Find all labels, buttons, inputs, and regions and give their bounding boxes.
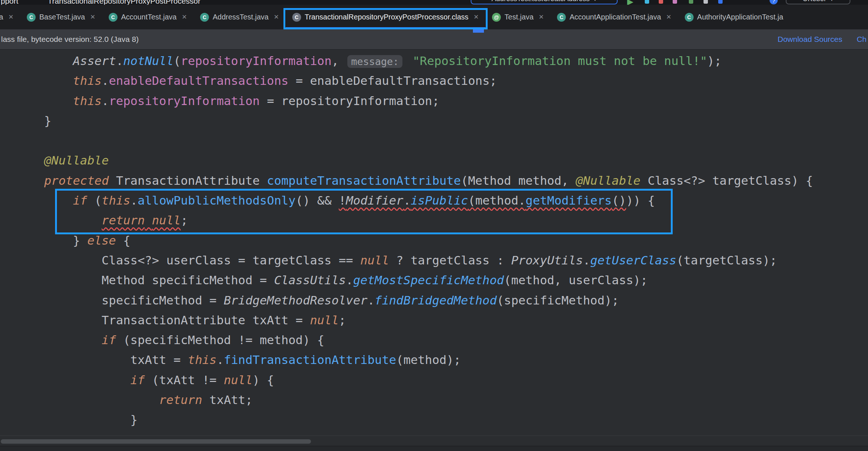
download-sources-link[interactable]: Download Sources <box>778 35 842 44</box>
code-line[interactable]: Assert.notNull(repositoryInformation, me… <box>15 51 813 71</box>
code-token: . <box>102 94 109 108</box>
code-line[interactable]: Method specificMethod = ClassUtils.getMo… <box>15 270 813 290</box>
code-line[interactable]: } <box>15 410 813 430</box>
tab-basetest-java[interactable]: CBaseTest.java✕ <box>20 5 102 29</box>
code-token: { <box>116 234 130 248</box>
toolbar-icon-coverage[interactable] <box>689 0 693 4</box>
code-line[interactable]: Class<?> userClass = targetClass == null… <box>15 250 813 270</box>
run-icon[interactable]: ▶ <box>627 0 633 5</box>
code-token: else <box>87 234 116 248</box>
close-icon[interactable]: ✕ <box>274 13 279 21</box>
tab-authorityapplicationtest-ja[interactable]: CAuthorityApplicationTest.ja <box>678 5 790 29</box>
code-token: (Method method, <box>461 174 576 188</box>
tab-test-java[interactable]: @Test.java✕ <box>485 5 550 29</box>
chevron-down-icon: ▾ <box>593 0 597 3</box>
help-icon[interactable]: ? <box>770 0 778 4</box>
code-token: protected <box>44 174 109 188</box>
code-line[interactable]: @Nullable <box>15 151 813 170</box>
code-token: TransactionAttribute txAtt = <box>15 313 310 327</box>
toolbar-icon-sync[interactable] <box>718 0 723 4</box>
code-token: findTransactionAttribute <box>224 353 396 367</box>
code-token: null <box>310 313 339 327</box>
editor-pane[interactable]: Assert.notNull(repositoryInformation, me… <box>0 50 868 451</box>
code-token: ) { <box>253 373 274 387</box>
code-line[interactable]: } <box>15 111 813 131</box>
code-token: getMostSpecificMethod <box>353 273 504 287</box>
code-line[interactable]: if (txAtt != null) { <box>15 370 813 390</box>
code-token: () && <box>296 194 339 208</box>
close-icon[interactable]: ✕ <box>182 13 187 21</box>
toolbar-icon-more[interactable] <box>704 0 708 4</box>
code-token: ; <box>181 213 188 227</box>
code-token: . <box>346 273 353 287</box>
close-icon[interactable]: ✕ <box>8 13 14 21</box>
test-class-icon: C <box>685 13 694 22</box>
code-token <box>15 174 44 188</box>
code-line[interactable]: TransactionAttribute txAtt = null; <box>15 310 813 330</box>
code-token: (method, userClass); <box>504 273 648 287</box>
code-token: return <box>102 213 145 227</box>
code-token: if <box>102 333 116 347</box>
code-token: . <box>130 194 138 208</box>
close-icon[interactable]: ✕ <box>90 13 95 21</box>
code-token: )) { <box>626 194 655 208</box>
tab-accountapplicationtest-java[interactable]: CAccountApplicationTest.java✕ <box>550 5 678 29</box>
code-line[interactable]: return txAtt; <box>15 390 813 410</box>
tab-label: Test.java <box>504 13 534 21</box>
code-token: , <box>332 54 346 68</box>
tab-transactionalrepositoryproxypostprocessor-class[interactable]: CTransactionalRepositoryProxyPostProcess… <box>286 5 485 29</box>
annotation-class-icon: @ <box>492 13 501 22</box>
editor-bottom-divider <box>0 436 868 436</box>
tab-bar: java✕CBaseTest.java✕CAccountTest.java✕CA… <box>0 5 868 29</box>
code-line[interactable]: protected TransactionAttribute computeTr… <box>15 171 813 191</box>
code-line[interactable]: specificMethod = BridgeMethodResolver.fi… <box>15 291 813 310</box>
code-token: ProxyUtils <box>511 253 583 267</box>
run-configuration-label: AddressTest.testCreateAddress <box>492 0 590 3</box>
code-line[interactable]: return null; <box>15 210 813 230</box>
user-menu-button[interactable]: UKeber ▾ <box>786 0 850 4</box>
code-token <box>15 373 130 387</box>
code-token: . <box>404 194 411 208</box>
chevron-down-icon: ▾ <box>830 0 833 3</box>
code-token: allowPublicMethodsOnly <box>138 194 296 208</box>
code-token: enableDefaultTransactions <box>109 74 288 88</box>
tab-label: AccountTest.java <box>121 13 177 21</box>
close-icon[interactable]: ✕ <box>666 13 671 21</box>
code-token: if <box>130 373 145 387</box>
toolbar-icon-profiler[interactable] <box>673 0 677 4</box>
code-token: this <box>188 353 217 367</box>
code-line[interactable]: txAtt = this.findTransactionAttribute(me… <box>15 350 813 370</box>
tab-label: AccountApplicationTest.java <box>569 13 661 21</box>
tab-java[interactable]: java✕ <box>0 5 20 29</box>
code-token <box>145 213 152 227</box>
code-line[interactable]: this.repositoryInformation = repositoryI… <box>15 91 813 111</box>
test-class-icon: C <box>109 13 117 22</box>
code-token: Assert <box>73 54 116 68</box>
tab-addresstest-java[interactable]: CAddressTest.java✕ <box>194 5 286 29</box>
code-line[interactable]: if (this.allowPublicMethodsOnly() && !Mo… <box>15 191 813 210</box>
tab-accounttest-java[interactable]: CAccountTest.java✕ <box>102 5 194 29</box>
code-token: } <box>15 413 138 427</box>
tab-label: BaseTest.java <box>39 13 85 21</box>
code-line[interactable]: } else { <box>15 231 813 250</box>
code-area[interactable]: Assert.notNull(repositoryInformation, me… <box>15 51 813 430</box>
code-line[interactable]: if (specificMethod != method) { <box>15 330 813 350</box>
toolbar-icon-debug[interactable] <box>645 0 649 4</box>
code-token: = enableDefaultTransactions; <box>289 74 497 88</box>
toolbar-icon-stop[interactable] <box>659 0 663 4</box>
code-token: if <box>73 194 87 208</box>
code-token: . <box>583 253 590 267</box>
code-line[interactable] <box>15 131 813 151</box>
run-configuration-dropdown[interactable]: AddressTest.testCreateAddress ▾ <box>471 0 618 4</box>
horizontal-scrollbar[interactable] <box>1 439 311 444</box>
close-icon[interactable]: ✕ <box>474 13 479 21</box>
code-token: specificMethod = <box>15 293 224 307</box>
choose-sources-link[interactable]: Ch <box>857 35 867 44</box>
code-token: . <box>368 293 375 307</box>
code-token <box>15 54 73 68</box>
code-line[interactable]: this.enableDefaultTransactions = enableD… <box>15 71 813 91</box>
code-token: this <box>73 94 102 108</box>
code-token: ); <box>707 54 721 68</box>
close-icon[interactable]: ✕ <box>539 13 544 21</box>
tab-label: java <box>0 13 3 21</box>
